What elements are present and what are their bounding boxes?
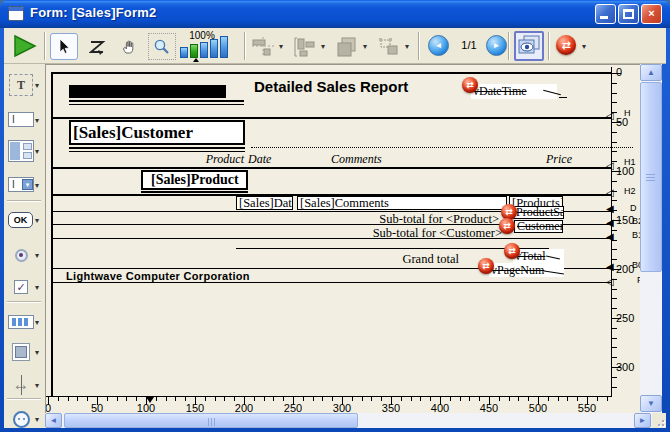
zoom-bar-50[interactable] xyxy=(180,47,188,58)
align-dropdown-icon[interactable]: ▾ xyxy=(279,42,283,51)
next-page-button[interactable]: ► xyxy=(486,35,507,56)
v-ruler-label: 250 xyxy=(616,312,640,324)
scroll-left-button[interactable]: ◄ xyxy=(45,413,62,428)
marker-B0-icon[interactable]: ◀ xyxy=(606,262,614,272)
marker-F-icon[interactable]: ◁ xyxy=(606,277,614,287)
palette-list-box-tool[interactable]: ▾ xyxy=(4,140,45,164)
title-bar[interactable]: Form: [Sales]Form2 × xyxy=(0,0,670,28)
dropdown-icon[interactable]: ▾ xyxy=(35,116,39,125)
scroll-right-button[interactable]: ► xyxy=(634,413,651,428)
palette-button-tool[interactable]: OK ▾ xyxy=(4,209,45,233)
vpagenum-method-badge[interactable]: ⇄ xyxy=(478,258,494,274)
palette-combo-box-tool[interactable]: I ▾ ▾ xyxy=(4,174,45,198)
zoom-tool-button[interactable] xyxy=(148,33,176,60)
customer-field-object[interactable]: [Sales]Customer xyxy=(69,120,245,145)
resize-grip[interactable] xyxy=(652,413,666,428)
product-field-object[interactable]: [Sales]Product xyxy=(141,170,248,190)
h-ruler-label: 250 xyxy=(278,402,308,413)
customer-sales-variable[interactable]: Customer xyxy=(514,220,563,233)
distribute-objects-button[interactable] xyxy=(292,33,318,60)
column-header-date[interactable]: Date xyxy=(248,152,271,167)
scroll-up-button[interactable]: ▲ xyxy=(640,64,662,81)
vertical-scrollbar[interactable]: ▲ ▼ xyxy=(640,64,662,413)
grand-total-label[interactable]: Grand total xyxy=(361,252,459,267)
dropdown-icon[interactable]: ▾ xyxy=(35,381,39,390)
select-tool-button[interactable] xyxy=(50,33,78,60)
method-dropdown-icon[interactable]: ▾ xyxy=(582,42,586,51)
zoom-bar-800[interactable] xyxy=(220,36,228,58)
zoom-current-marker xyxy=(193,58,199,62)
marker-H2-icon[interactable]: ◁ xyxy=(606,188,614,198)
close-button[interactable]: × xyxy=(641,4,662,24)
close-icon: × xyxy=(648,7,654,19)
splitter-tool-icon: ↔ xyxy=(8,374,34,396)
minimize-button[interactable] xyxy=(595,4,616,24)
form-canvas[interactable]: Detailed Sales Report ⇄ vDateTime [Sales… xyxy=(45,64,640,413)
v-scroll-thumb[interactable] xyxy=(640,82,662,272)
move-layer-button[interactable] xyxy=(334,33,360,60)
vdatetime-method-badge[interactable]: ⇄ xyxy=(462,77,478,93)
dropdown-icon[interactable]: ▾ xyxy=(35,415,39,424)
text-tool-icon: T xyxy=(9,74,33,96)
equal-size-button[interactable] xyxy=(376,33,402,60)
dropdown-icon[interactable]: ▾ xyxy=(35,147,39,156)
palette-plugin-tool[interactable]: ▾ xyxy=(4,408,45,432)
marker-H-icon[interactable]: ◁ xyxy=(606,111,614,121)
maximize-button[interactable] xyxy=(618,4,639,24)
layer-dropdown-icon[interactable]: ▾ xyxy=(363,42,367,51)
zoom-bar-100-selected[interactable] xyxy=(190,44,198,58)
horizontal-scrollbar[interactable]: ◄ ► xyxy=(45,413,652,428)
palette-checkbox-tool[interactable]: ✓ ▾ xyxy=(4,276,45,300)
palette-separator xyxy=(7,200,41,202)
zoom-bar-400[interactable] xyxy=(210,39,218,58)
palette-text-tool[interactable]: T ▾ xyxy=(4,74,45,98)
palette-button-grid-tool[interactable]: ▾ xyxy=(4,311,45,335)
dropdown-icon[interactable]: ▾ xyxy=(35,348,39,357)
vtotal-variable[interactable]: vTotal xyxy=(513,249,564,263)
marker-H1-icon[interactable]: ◁ xyxy=(606,161,614,171)
column-header-comments[interactable]: Comments xyxy=(331,152,382,167)
h-scroll-thumb[interactable] xyxy=(64,413,358,428)
palette-rectangle-tool[interactable]: ▾ xyxy=(4,341,45,365)
pan-tool-button[interactable] xyxy=(116,33,144,60)
product-sales-variable[interactable]: ProductSa xyxy=(513,206,564,219)
toolbar-separator xyxy=(548,32,550,60)
scroll-down-button[interactable]: ▼ xyxy=(640,395,662,412)
marker-B0-label: B0 xyxy=(632,260,640,270)
distribute-dropdown-icon[interactable]: ▾ xyxy=(321,42,325,51)
zoom-bar-200[interactable] xyxy=(200,42,208,58)
execute-form-button[interactable] xyxy=(12,34,38,62)
zoom-scale-widget[interactable]: 100% xyxy=(178,30,236,62)
black-bar-object[interactable] xyxy=(69,85,226,98)
dropdown-icon[interactable]: ▾ xyxy=(35,318,39,327)
size-dropdown-icon[interactable]: ▾ xyxy=(405,42,409,51)
vtotal-method-badge[interactable]: ⇄ xyxy=(504,243,520,259)
dropdown-icon[interactable]: ▾ xyxy=(35,283,39,292)
palette-radio-tool[interactable]: ▾ xyxy=(4,244,45,268)
vdatetime-variable[interactable]: vDateTime xyxy=(471,84,557,99)
date-field-object[interactable]: [Sales]Date xyxy=(236,196,293,210)
align-objects-button[interactable] xyxy=(250,33,276,60)
dropdown-icon[interactable]: ▾ xyxy=(35,181,39,190)
marker-D-icon[interactable]: ◀ xyxy=(606,204,614,214)
company-name-label[interactable]: Lightwave Computer Corporation xyxy=(66,270,250,282)
customer-sales-method-badge[interactable]: ⇄ xyxy=(499,218,515,234)
display-preview-button[interactable] xyxy=(514,31,544,61)
scroll-left-icon: ◄ xyxy=(50,416,58,425)
dropdown-icon[interactable]: ▾ xyxy=(35,81,39,90)
comments-field-object[interactable]: [Sales]Comments xyxy=(297,196,507,210)
palette-splitter-tool[interactable]: ↔ ▾ xyxy=(4,374,45,398)
marker-B2-icon[interactable]: ◀ xyxy=(606,218,614,228)
method-button[interactable]: ⇄ xyxy=(556,35,576,55)
palette-input-tool[interactable]: I ▾ xyxy=(4,109,45,133)
column-header-product[interactable]: Product xyxy=(166,152,244,167)
entry-order-tool-button[interactable] xyxy=(84,33,112,60)
vpagenum-variable[interactable]: vPageNum xyxy=(489,263,564,277)
dropdown-icon[interactable]: ▾ xyxy=(35,251,39,260)
h-ruler-label: 350 xyxy=(376,402,406,413)
previous-page-button[interactable]: ◄ xyxy=(428,35,449,56)
marker-B1-icon[interactable]: ◀ xyxy=(606,232,614,242)
report-title[interactable]: Detailed Sales Report xyxy=(254,78,408,95)
column-header-price[interactable]: Price xyxy=(516,152,572,167)
dropdown-icon[interactable]: ▾ xyxy=(35,216,39,225)
